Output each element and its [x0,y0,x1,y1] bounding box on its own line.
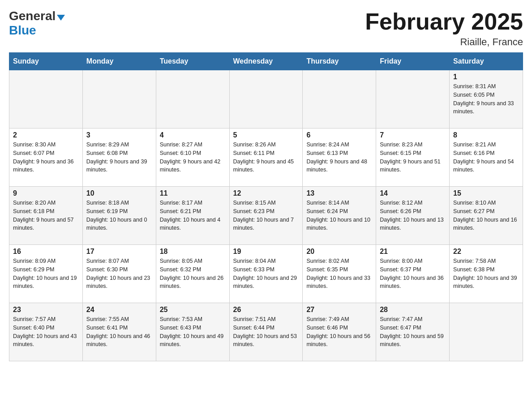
day-number: 24 [86,306,152,314]
day-info: Sunrise: 8:15 AMSunset: 6:23 PMDaylight:… [233,199,299,232]
table-row: 9Sunrise: 8:20 AMSunset: 6:18 PMDaylight… [9,187,83,245]
day-info: Sunrise: 8:14 AMSunset: 6:24 PMDaylight:… [306,199,372,232]
day-number: 14 [380,189,446,197]
day-number: 23 [13,306,79,314]
table-row [82,70,156,128]
table-row: 26Sunrise: 7:51 AMSunset: 6:44 PMDayligh… [229,303,303,361]
table-row: 23Sunrise: 7:57 AMSunset: 6:40 PMDayligh… [9,303,83,361]
calendar-week-row: 23Sunrise: 7:57 AMSunset: 6:40 PMDayligh… [9,303,523,361]
table-row: 19Sunrise: 8:04 AMSunset: 6:33 PMDayligh… [229,245,303,303]
day-number: 26 [233,306,299,314]
day-info: Sunrise: 7:49 AMSunset: 6:46 PMDaylight:… [306,315,372,349]
col-wednesday: Wednesday [229,53,303,70]
logo-triangle-icon [57,15,65,21]
col-sunday: Sunday [9,53,83,70]
day-info: Sunrise: 8:00 AMSunset: 6:37 PMDaylight:… [380,257,446,291]
table-row: 25Sunrise: 7:53 AMSunset: 6:43 PMDayligh… [156,303,229,361]
logo: General Blue [9,9,65,38]
day-info: Sunrise: 7:57 AMSunset: 6:40 PMDaylight:… [13,315,79,349]
table-row: 2Sunrise: 8:30 AMSunset: 6:07 PMDaylight… [9,128,83,187]
day-info: Sunrise: 8:23 AMSunset: 6:15 PMDaylight:… [380,141,446,174]
day-number: 4 [160,131,226,139]
table-row: 15Sunrise: 8:10 AMSunset: 6:27 PMDayligh… [450,187,523,245]
table-row: 14Sunrise: 8:12 AMSunset: 6:26 PMDayligh… [376,187,450,245]
day-number: 27 [306,306,372,314]
day-info: Sunrise: 7:51 AMSunset: 6:44 PMDaylight:… [233,315,299,349]
day-info: Sunrise: 8:24 AMSunset: 6:13 PMDaylight:… [306,141,372,174]
table-row: 16Sunrise: 8:09 AMSunset: 6:29 PMDayligh… [9,245,83,303]
day-info: Sunrise: 8:27 AMSunset: 6:10 PMDaylight:… [160,141,226,174]
day-number: 22 [453,248,519,256]
day-number: 2 [13,131,79,139]
logo-blue-text: Blue [9,23,36,37]
table-row: 4Sunrise: 8:27 AMSunset: 6:10 PMDaylight… [156,128,229,187]
table-row: 20Sunrise: 8:02 AMSunset: 6:35 PMDayligh… [303,245,376,303]
day-info: Sunrise: 7:58 AMSunset: 6:38 PMDaylight:… [453,257,519,291]
day-number: 19 [233,248,299,256]
table-row: 5Sunrise: 8:26 AMSunset: 6:11 PMDaylight… [229,128,303,187]
col-monday: Monday [82,53,156,70]
table-row: 21Sunrise: 8:00 AMSunset: 6:37 PMDayligh… [376,245,450,303]
calendar-week-row: 1Sunrise: 8:31 AMSunset: 6:05 PMDaylight… [9,70,523,128]
table-row: 3Sunrise: 8:29 AMSunset: 6:08 PMDaylight… [82,128,156,187]
day-number: 20 [306,248,372,256]
day-info: Sunrise: 7:55 AMSunset: 6:41 PMDaylight:… [86,315,152,349]
title-section: February 2025 Riaille, France [365,9,523,48]
col-thursday: Thursday [303,53,376,70]
table-row [229,70,303,128]
day-info: Sunrise: 8:12 AMSunset: 6:26 PMDaylight:… [380,199,446,232]
col-saturday: Saturday [450,53,523,70]
calendar-week-row: 2Sunrise: 8:30 AMSunset: 6:07 PMDaylight… [9,128,523,187]
day-info: Sunrise: 7:53 AMSunset: 6:43 PMDaylight:… [160,315,226,349]
table-row: 18Sunrise: 8:05 AMSunset: 6:32 PMDayligh… [156,245,229,303]
day-info: Sunrise: 8:05 AMSunset: 6:32 PMDaylight:… [160,257,226,291]
day-number: 11 [160,189,226,197]
day-number: 5 [233,131,299,139]
day-info: Sunrise: 8:09 AMSunset: 6:29 PMDaylight:… [13,257,79,291]
calendar-week-row: 9Sunrise: 8:20 AMSunset: 6:18 PMDaylight… [9,187,523,245]
day-info: Sunrise: 8:10 AMSunset: 6:27 PMDaylight:… [453,199,519,232]
day-number: 12 [233,189,299,197]
location-text: Riaille, France [365,36,523,48]
day-number: 15 [453,189,519,197]
col-friday: Friday [376,53,450,70]
table-row [376,70,450,128]
month-title: February 2025 [365,9,523,34]
day-number: 10 [86,189,152,197]
table-row: 10Sunrise: 8:18 AMSunset: 6:19 PMDayligh… [82,187,156,245]
day-number: 7 [380,131,446,139]
calendar-week-row: 16Sunrise: 8:09 AMSunset: 6:29 PMDayligh… [9,245,523,303]
day-number: 28 [380,306,446,314]
table-row: 24Sunrise: 7:55 AMSunset: 6:41 PMDayligh… [82,303,156,361]
table-row: 28Sunrise: 7:47 AMSunset: 6:47 PMDayligh… [376,303,450,361]
table-row: 22Sunrise: 7:58 AMSunset: 6:38 PMDayligh… [450,245,523,303]
day-number: 8 [453,131,519,139]
table-row: 11Sunrise: 8:17 AMSunset: 6:21 PMDayligh… [156,187,229,245]
table-row: 17Sunrise: 8:07 AMSunset: 6:30 PMDayligh… [82,245,156,303]
day-number: 1 [453,73,519,81]
day-info: Sunrise: 8:31 AMSunset: 6:05 PMDaylight:… [453,82,519,116]
day-number: 13 [306,189,372,197]
table-row: 8Sunrise: 8:21 AMSunset: 6:16 PMDaylight… [450,128,523,187]
day-number: 9 [13,189,79,197]
table-row [450,303,523,361]
table-row [9,70,83,128]
day-info: Sunrise: 8:18 AMSunset: 6:19 PMDaylight:… [86,199,152,232]
day-number: 16 [13,248,79,256]
day-number: 6 [306,131,372,139]
table-row: 27Sunrise: 7:49 AMSunset: 6:46 PMDayligh… [303,303,376,361]
day-number: 25 [160,306,226,314]
day-info: Sunrise: 8:20 AMSunset: 6:18 PMDaylight:… [13,199,79,232]
page-header: General Blue February 2025 Riaille, Fran… [9,9,523,48]
day-number: 18 [160,248,226,256]
logo-general-text: General [9,9,56,23]
day-info: Sunrise: 8:17 AMSunset: 6:21 PMDaylight:… [160,199,226,232]
col-tuesday: Tuesday [156,53,229,70]
table-row: 1Sunrise: 8:31 AMSunset: 6:05 PMDaylight… [450,70,523,128]
day-number: 17 [86,248,152,256]
day-info: Sunrise: 8:02 AMSunset: 6:35 PMDaylight:… [306,257,372,291]
calendar-table: Sunday Monday Tuesday Wednesday Thursday… [9,52,523,361]
table-row [303,70,376,128]
table-row [156,70,229,128]
day-number: 21 [380,248,446,256]
